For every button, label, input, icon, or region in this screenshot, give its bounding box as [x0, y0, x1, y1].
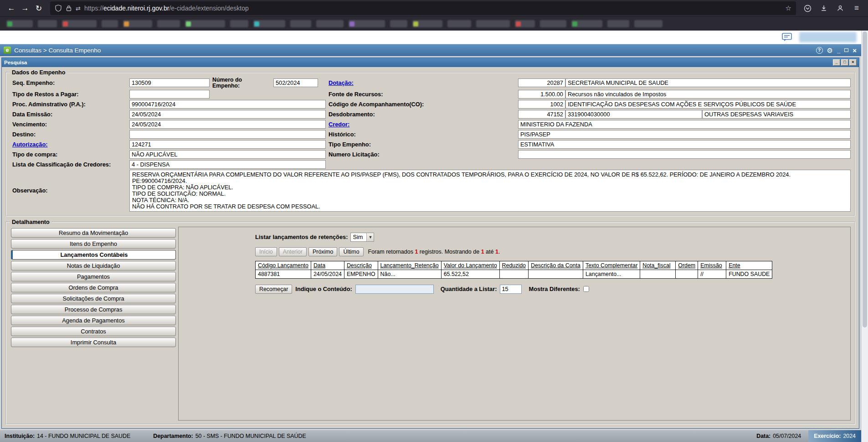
bookmark-item[interactable]: [185, 20, 225, 27]
bookmark-item[interactable]: [6, 20, 33, 27]
conteudo-input[interactable]: [355, 285, 434, 294]
user-info-redacted[interactable]: [799, 32, 857, 42]
col-descricao[interactable]: Descrição: [344, 261, 378, 270]
menu-agenda-pagamentos[interactable]: Agenda de Pagamentos: [11, 316, 176, 325]
lock-icon[interactable]: [66, 5, 72, 11]
bookmark-star-icon[interactable]: ☆: [786, 4, 791, 12]
address-bar[interactable]: ⇄ https://ecidade.niteroi.rj.gov.br/e-ci…: [50, 1, 796, 15]
restos-field[interactable]: [129, 90, 210, 99]
menu-icon[interactable]: ≡: [850, 2, 863, 15]
credor-field[interactable]: MINISTERIO DA FAZENDA: [518, 120, 851, 129]
url-text[interactable]: https://ecidade.niteroi.rj.gov.br/e-cida…: [84, 5, 249, 12]
page-scrollbar[interactable]: [861, 31, 868, 442]
col-nota-fiscal[interactable]: Nota_fiscal: [640, 261, 676, 270]
bookmark-item[interactable]: [412, 20, 442, 27]
chat-icon[interactable]: [782, 33, 792, 42]
tipo-empenho-field[interactable]: ESTIMATIVA: [518, 140, 851, 149]
data-emissao-field[interactable]: 24/05/2024: [129, 110, 326, 119]
col-data[interactable]: Data: [311, 261, 344, 270]
menu-lancamentos-contabeis[interactable]: Lançamentos Contábeis: [11, 250, 176, 260]
numero-empenho-field[interactable]: 502/2024: [273, 78, 318, 87]
bookmark-item[interactable]: [476, 20, 510, 27]
col-codigo-lancamento[interactable]: Código Lançamento: [256, 261, 311, 270]
shield-icon[interactable]: [55, 5, 62, 12]
ultimo-button[interactable]: Último: [339, 247, 363, 256]
col-texto-complementar[interactable]: Texto Complementar: [583, 261, 640, 270]
bookmark-item[interactable]: [102, 20, 118, 27]
tipo-compra-field[interactable]: NÃO APLICÁVEL: [129, 150, 326, 159]
scrollbar-thumb[interactable]: [863, 31, 867, 328]
col-lancamento-retencao[interactable]: Lançamento_Retenção: [378, 261, 441, 270]
col-reduzido[interactable]: Reduzido: [499, 261, 528, 270]
bookmark-item[interactable]: [607, 20, 629, 27]
pocket-icon[interactable]: [801, 2, 814, 15]
menu-processo-compras[interactable]: Processo de Compras: [11, 305, 176, 314]
autorizacao-link[interactable]: Autorização:: [12, 141, 48, 148]
credor-link[interactable]: Credor:: [329, 121, 349, 128]
reload-icon[interactable]: ↻: [32, 2, 46, 15]
dotacao-link[interactable]: Dotação:: [329, 79, 354, 86]
bookmark-item[interactable]: [230, 20, 248, 27]
col-emissao[interactable]: Emissão: [698, 261, 726, 270]
quantidade-input[interactable]: [500, 285, 522, 294]
lista-credores-field[interactable]: 4 - DISPENSA: [129, 160, 326, 169]
bookmark-item[interactable]: [123, 20, 152, 27]
menu-solicitacoes-compra[interactable]: Solicitações de Compra: [11, 294, 176, 303]
app-minimize-icon[interactable]: _: [837, 47, 840, 53]
menu-imprimir-consulta[interactable]: Imprimir Consulta: [11, 338, 176, 347]
acompanhamento-desc-field[interactable]: IDENTIFICAÇÃO DAS DESPESAS COM AÇÕES E S…: [565, 100, 851, 109]
table-row[interactable]: 4887381 24/05/2024 EMPENHO Não... 65.522…: [256, 270, 772, 278]
inicio-button[interactable]: Início: [255, 247, 277, 256]
bookmark-item[interactable]: [515, 20, 535, 27]
dotacao-desc-field[interactable]: SECRETARIA MUNICIPAL DE SAUDE: [565, 78, 851, 87]
app-close-icon[interactable]: ×: [853, 47, 857, 54]
menu-resumo-movimentacao[interactable]: Resumo da Movimentação: [11, 228, 176, 238]
window-minimize-icon[interactable]: _: [833, 59, 840, 66]
help-icon[interactable]: ?: [816, 47, 823, 54]
anterior-button[interactable]: Anterior: [279, 247, 307, 256]
retencoes-select[interactable]: Sim ▼: [350, 233, 374, 242]
dotacao-code-field[interactable]: 20287: [518, 78, 565, 87]
bookmark-item[interactable]: [540, 20, 566, 27]
app-restore-icon[interactable]: [844, 48, 848, 52]
bookmark-item[interactable]: [316, 20, 344, 27]
vencimento-field[interactable]: 24/05/2024: [129, 120, 326, 129]
historico-field[interactable]: PIS/PASEP: [518, 130, 851, 139]
bookmark-item[interactable]: [390, 20, 407, 27]
destino-field[interactable]: [129, 130, 326, 139]
window-titlebar[interactable]: Pesquisa _ □ ×: [2, 58, 859, 67]
menu-notas-liquidacao[interactable]: Notas de Liquidação: [11, 261, 176, 270]
proximo-button[interactable]: Próximo: [308, 247, 337, 256]
bookmark-item[interactable]: [38, 20, 57, 27]
proc-field[interactable]: 990004716/2024: [129, 100, 326, 109]
desdobramento-code2-field[interactable]: 3319004030000: [565, 110, 702, 119]
recomecar-button[interactable]: Recomeçar: [255, 285, 292, 294]
window-close-icon[interactable]: ×: [849, 59, 857, 66]
bookmark-item[interactable]: [447, 20, 471, 27]
menu-contratos[interactable]: Contratos: [11, 327, 176, 336]
menu-itens-empenho[interactable]: Itens do Empenho: [11, 239, 176, 249]
permissions-icon[interactable]: ⇄: [76, 5, 81, 12]
col-ente[interactable]: Ente: [726, 261, 772, 270]
bookmark-item[interactable]: [157, 20, 180, 27]
downloads-icon[interactable]: [817, 2, 831, 15]
desdobramento-code-field[interactable]: 47152: [518, 110, 565, 119]
bookmark-item[interactable]: [571, 20, 602, 27]
menu-ordens-compra[interactable]: Ordens de Compra: [11, 283, 176, 292]
bookmark-item[interactable]: [62, 20, 97, 27]
col-descricao-conta[interactable]: Descrição da Conta: [528, 261, 583, 270]
bookmark-item[interactable]: [253, 20, 285, 27]
window-maximize-icon[interactable]: □: [841, 59, 848, 66]
gear-icon[interactable]: ⚙: [827, 47, 833, 54]
col-valor-lancamento[interactable]: Valor do Lançamento: [441, 261, 499, 270]
licitacao-field[interactable]: [518, 150, 851, 159]
bookmark-item[interactable]: [290, 20, 311, 27]
desdobramento-desc-field[interactable]: OUTRAS DESPESAS VARIAVEIS: [702, 110, 851, 119]
acompanhamento-code-field[interactable]: 1002: [518, 100, 565, 109]
autorizacao-field[interactable]: 124271: [129, 140, 326, 149]
forward-icon[interactable]: →: [18, 2, 32, 15]
observacao-field[interactable]: RESERVA ORÇAMENTÁRIA PARA COMPLEMENTO DO…: [129, 170, 851, 212]
bookmark-item[interactable]: [349, 20, 385, 27]
account-icon[interactable]: [833, 2, 847, 15]
back-icon[interactable]: ←: [5, 2, 18, 15]
